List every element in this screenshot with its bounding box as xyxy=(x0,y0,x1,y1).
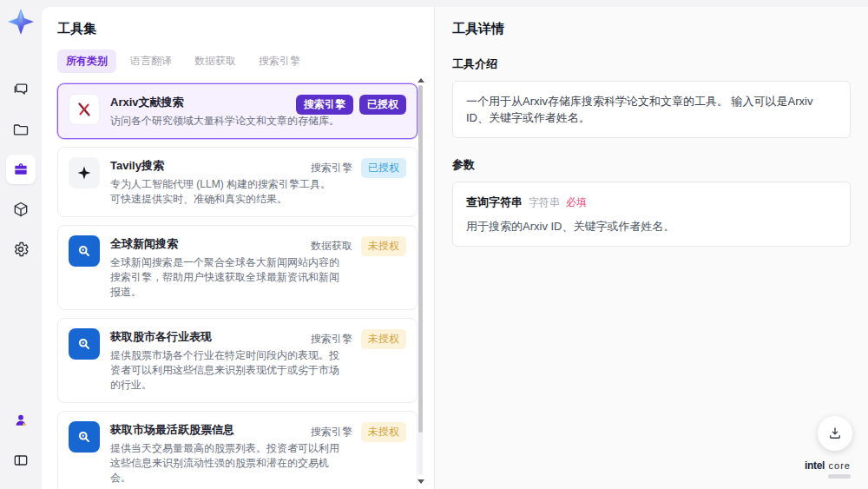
brand-intel-text: intel xyxy=(805,459,825,472)
category-label: 数据获取 xyxy=(311,239,352,254)
tool-description: 全球新闻搜索是一个聚合全球各大新闻网站内容的搜索引擎，帮助用户快速获取全球最新资… xyxy=(110,255,340,300)
status-badge: 未授权 xyxy=(361,236,406,256)
tool-description: 专为人工智能代理 (LLM) 构建的搜索引擎工具。可快速提供实时、准确和真实的结… xyxy=(110,177,340,207)
tool-card-tavily[interactable]: Tavily搜索 专为人工智能代理 (LLM) 构建的搜索引擎工具。可快速提供实… xyxy=(57,147,418,217)
param-required-flag: 必填 xyxy=(566,195,587,211)
params-section-label: 参数 xyxy=(452,157,851,173)
user-avatar[interactable] xyxy=(6,406,36,435)
tab-all-categories[interactable]: 所有类别 xyxy=(57,50,116,73)
sidebar-item-files[interactable] xyxy=(6,115,36,144)
tool-card-sector-performance[interactable]: 获取股市各行业表现 提供股票市场各个行业在特定时间段内的表现。投资者可以利用这些… xyxy=(57,318,418,403)
sidebar-item-chat[interactable] xyxy=(6,75,36,104)
brand-underline xyxy=(828,474,851,479)
tab-search-engine[interactable]: 搜索引擎 xyxy=(250,50,309,73)
blue-search-icon xyxy=(69,235,100,267)
brand-core-text: core xyxy=(829,460,851,471)
briefcase-icon xyxy=(12,161,30,178)
tool-list-panel: 工具集 所有类别 语言翻译 数据获取 搜索引擎 Arxiv文献搜索 访问各个研究… xyxy=(42,7,434,489)
tool-description: 提供当天交易量最高的股票列表。投资者可以利用这些信息来识别流动性强的股票和潜在的… xyxy=(110,441,340,486)
intel-core-logo: intel core xyxy=(805,457,851,479)
main-content: 工具集 所有类别 语言翻译 数据获取 搜索引擎 Arxiv文献搜索 访问各个研究… xyxy=(42,0,868,489)
sidebar-item-models[interactable] xyxy=(6,195,36,224)
app-sidebar xyxy=(0,0,42,489)
status-badge: 未授权 xyxy=(361,422,406,442)
tavily-star-icon xyxy=(69,157,100,188)
param-box: 查询字符串 字符串 必填 用于搜索的Arxiv ID、关键字或作者姓名。 xyxy=(452,182,851,247)
chat-icon xyxy=(12,81,30,98)
gear-icon xyxy=(12,241,30,258)
tool-name: 获取股市各行业表现 xyxy=(110,328,340,346)
cube-icon xyxy=(12,201,30,218)
collapse-sidebar-button[interactable] xyxy=(6,446,36,475)
tool-card-most-active-stocks[interactable]: 获取市场最活跃股票信息 提供当天交易量最高的股票列表。投资者可以利用这些信息来识… xyxy=(57,411,418,489)
tab-data-fetch[interactable]: 数据获取 xyxy=(186,50,245,73)
sidebar-item-settings[interactable] xyxy=(6,235,36,264)
tool-name: 获取市场最活跃股票信息 xyxy=(110,421,340,439)
folder-icon xyxy=(12,121,30,138)
page-title: 工具集 xyxy=(57,21,418,37)
category-label: 搜索引擎 xyxy=(311,332,352,347)
intro-text: 一个用于从Arxiv存储库搜索科学论文和文章的工具。 输入可以是Arxiv ID… xyxy=(466,95,812,124)
list-scrollbar[interactable] xyxy=(418,80,423,482)
category-tabs: 所有类别 语言翻译 数据获取 搜索引擎 xyxy=(57,50,418,73)
tool-card-global-news[interactable]: 全球新闻搜索 全球新闻搜索是一个聚合全球各大新闻网站内容的搜索引擎，帮助用户快速… xyxy=(57,225,418,310)
param-description: 用于搜索的Arxiv ID、关键字或作者姓名。 xyxy=(466,218,837,235)
status-badge: 已授权 xyxy=(361,158,406,178)
avatar-icon xyxy=(12,412,30,429)
detail-title: 工具详情 xyxy=(452,21,851,37)
intro-section-label: 工具介绍 xyxy=(452,56,851,72)
tool-name: 全球新闻搜索 xyxy=(110,235,340,253)
status-badge: 已授权 xyxy=(359,95,406,115)
tool-name: Tavily搜索 xyxy=(110,157,340,175)
intro-box: 一个用于从Arxiv存储库搜索科学论文和文章的工具。 输入可以是Arxiv ID… xyxy=(452,81,851,138)
scroll-down-arrow-icon[interactable] xyxy=(418,479,424,484)
download-icon xyxy=(827,426,843,441)
param-name: 查询字符串 xyxy=(466,194,523,210)
arxiv-icon xyxy=(69,94,100,125)
tool-detail-panel: 工具详情 工具介绍 一个用于从Arxiv存储库搜索科学论文和文章的工具。 输入可… xyxy=(434,7,868,489)
sidebar-item-toolbox[interactable] xyxy=(6,155,36,184)
tab-language-translation[interactable]: 语言翻译 xyxy=(122,50,181,73)
panel-toggle-icon xyxy=(12,452,30,469)
scroll-up-arrow-icon[interactable] xyxy=(418,78,424,83)
blue-search-icon xyxy=(69,328,100,360)
category-label: 搜索引擎 xyxy=(311,161,352,175)
status-badge: 未授权 xyxy=(361,329,406,349)
blue-search-icon xyxy=(69,421,100,453)
category-badge: 搜索引擎 xyxy=(296,95,353,115)
download-button[interactable] xyxy=(818,416,852,451)
tool-description: 提供股票市场各个行业在特定时间段内的表现。投资者可以利用这些信息来识别表现优于或… xyxy=(110,348,340,393)
category-label: 搜索引擎 xyxy=(311,425,352,439)
param-type: 字符串 xyxy=(529,195,560,211)
tool-description: 访问各个研究领域大量科学论文和文章的存储库。 xyxy=(110,114,340,129)
app-logo-icon xyxy=(8,9,34,35)
tool-card-arxiv[interactable]: Arxiv文献搜索 访问各个研究领域大量科学论文和文章的存储库。 搜索引擎 已授… xyxy=(57,83,418,139)
scrollbar-thumb[interactable] xyxy=(418,85,423,433)
